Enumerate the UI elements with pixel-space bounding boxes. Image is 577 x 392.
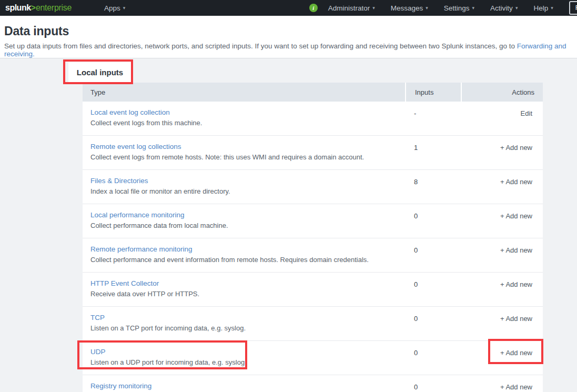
input-type-link[interactable]: Files & Directories: [90, 177, 148, 185]
help-menu-label: Help: [533, 4, 548, 12]
input-type-description: Collect event logs from this machine.: [90, 119, 397, 127]
activity-menu-label: Activity: [490, 4, 513, 12]
logo-product: enterprise: [36, 3, 72, 13]
type-cell: Local event log collection Collect event…: [83, 102, 405, 135]
administrator-menu[interactable]: Administrator ▾: [328, 4, 375, 12]
nav-right-group: i Administrator ▾ Messages ▾ Settings ▾ …: [309, 1, 577, 15]
page-title: Data inputs: [4, 24, 573, 38]
input-type-link[interactable]: TCP: [90, 314, 105, 321]
settings-menu[interactable]: Settings ▾: [444, 4, 474, 12]
administrator-menu-label: Administrator: [328, 4, 370, 12]
inputs-count: 0: [405, 341, 461, 375]
type-cell: Remote performance monitoring Collect pe…: [83, 238, 405, 272]
type-cell: Local performance monitoring Collect per…: [83, 204, 405, 238]
actions-cell: + Add new: [461, 238, 543, 272]
splunk-data-inputs-page: splunk > enterprise Apps ▾ i Administrat…: [0, 0, 577, 392]
chevron-down-icon: ▾: [372, 6, 375, 11]
apps-menu-label: Apps: [104, 4, 120, 12]
add-new-link[interactable]: + Add new: [500, 315, 532, 323]
edit-link[interactable]: Edit: [521, 109, 532, 117]
inputs-count: 8: [405, 170, 461, 204]
add-new-link[interactable]: + Add new: [500, 178, 532, 186]
inputs-count: 1: [405, 136, 461, 169]
chevron-down-icon: ▾: [472, 6, 475, 11]
find-search-input[interactable]: Find: [569, 1, 577, 15]
add-new-link[interactable]: + Add new: [500, 383, 532, 391]
add-new-link[interactable]: + Add new: [500, 246, 532, 254]
table-row-local-performance-monitoring: Local performance monitoring Collect per…: [83, 204, 543, 238]
table-row-files-directories: Files & Directories Index a local file o…: [83, 170, 543, 204]
chevron-down-icon: ▾: [123, 6, 126, 11]
messages-menu-label: Messages: [391, 4, 423, 12]
add-new-link[interactable]: + Add new: [500, 212, 532, 220]
input-type-link[interactable]: Remote performance monitoring: [90, 245, 193, 253]
input-type-link[interactable]: Registry monitoring: [90, 382, 151, 390]
input-type-description: Collect performance data from local mach…: [90, 222, 397, 229]
input-type-link[interactable]: HTTP Event Collector: [90, 279, 159, 287]
column-header-actions: Actions: [461, 83, 543, 102]
table-header-row: Type Inputs Actions: [83, 83, 543, 102]
add-new-link[interactable]: + Add new: [500, 280, 532, 288]
help-menu[interactable]: Help ▾: [533, 4, 553, 12]
actions-cell: + Add new: [461, 375, 543, 392]
activity-menu[interactable]: Activity ▾: [490, 4, 518, 12]
input-type-description: Index a local file or monitor an entire …: [90, 187, 397, 195]
type-cell: Remote event log collections Collect eve…: [83, 136, 405, 169]
chevron-down-icon: ▾: [426, 6, 428, 11]
data-inputs-table: Type Inputs Actions Local event log coll…: [83, 83, 543, 392]
type-cell: Files & Directories Index a local file o…: [83, 170, 405, 204]
inputs-count: 0: [405, 204, 461, 238]
actions-cell: + Add new: [461, 136, 543, 169]
input-type-link[interactable]: Remote event log collections: [90, 143, 181, 150]
chevron-down-icon: ▾: [515, 6, 518, 11]
input-type-description: Collect performance and event informatio…: [90, 256, 397, 264]
tab-local-inputs[interactable]: Local inputs: [68, 62, 131, 83]
top-nav-bar: splunk > enterprise Apps ▾ i Administrat…: [0, 0, 577, 16]
inputs-count: 0: [405, 375, 461, 392]
splunk-logo[interactable]: splunk > enterprise: [5, 3, 72, 13]
input-type-description: Collect event logs from remote hosts. No…: [90, 153, 397, 161]
inputs-count: -: [405, 102, 461, 135]
page-subtitle: Set up data inputs from files and direct…: [4, 42, 573, 58]
column-header-inputs: Inputs: [405, 83, 461, 102]
input-type-description: Listen on a UDP port for incoming data, …: [90, 358, 397, 366]
table-row-remote-performance-monitoring: Remote performance monitoring Collect pe…: [83, 238, 543, 273]
type-cell: Registry monitoring: [83, 375, 405, 392]
type-cell: TCP Listen on a TCP port for incoming da…: [83, 307, 405, 340]
type-cell: HTTP Event Collector Receive data over H…: [83, 273, 405, 306]
inputs-count: 0: [405, 307, 461, 340]
table-row-tcp: TCP Listen on a TCP port for incoming da…: [83, 307, 543, 341]
table-row-remote-event-log-collections: Remote event log collections Collect eve…: [83, 136, 543, 170]
page-header: Data inputs Set up data inputs from file…: [0, 16, 577, 58]
input-type-link[interactable]: UDP: [90, 348, 106, 356]
actions-cell: + Add new: [461, 170, 543, 204]
settings-menu-label: Settings: [444, 4, 470, 12]
table-row-registry-monitoring: Registry monitoring 0 + Add new: [83, 375, 543, 392]
input-type-description: Listen on a TCP port for incoming data, …: [90, 324, 397, 332]
column-header-type: Type: [83, 83, 405, 102]
input-type-description: Receive data over HTTP or HTTPS.: [90, 290, 397, 298]
table-row-local-event-log-collection: Local event log collection Collect event…: [83, 102, 543, 136]
actions-cell: + Add new: [461, 307, 543, 340]
chevron-down-icon: ▾: [551, 6, 553, 11]
type-cell: UDP Listen on a UDP port for incoming da…: [83, 341, 405, 375]
input-type-link[interactable]: Local performance monitoring: [90, 211, 185, 219]
apps-menu[interactable]: Apps ▾: [104, 4, 125, 12]
inputs-count: 0: [405, 273, 461, 306]
actions-cell: + Add new: [461, 273, 543, 306]
inputs-count: 0: [405, 238, 461, 272]
add-new-link[interactable]: + Add new: [500, 349, 532, 357]
actions-cell: + Add new: [461, 341, 543, 375]
logo-brand: splunk: [5, 3, 31, 13]
add-new-link[interactable]: + Add new: [500, 144, 532, 152]
input-type-link[interactable]: Local event log collection: [90, 108, 170, 116]
page-subtitle-text: Set up data inputs from files and direct…: [4, 42, 517, 50]
actions-cell: Edit: [461, 102, 543, 135]
info-icon: i: [309, 4, 318, 12]
table-row-http-event-collector: HTTP Event Collector Receive data over H…: [83, 273, 543, 307]
table-row-udp: UDP Listen on a UDP port for incoming da…: [83, 341, 543, 375]
logo-separator: >: [31, 3, 36, 13]
messages-menu[interactable]: Messages ▾: [391, 4, 428, 12]
actions-cell: + Add new: [461, 204, 543, 238]
